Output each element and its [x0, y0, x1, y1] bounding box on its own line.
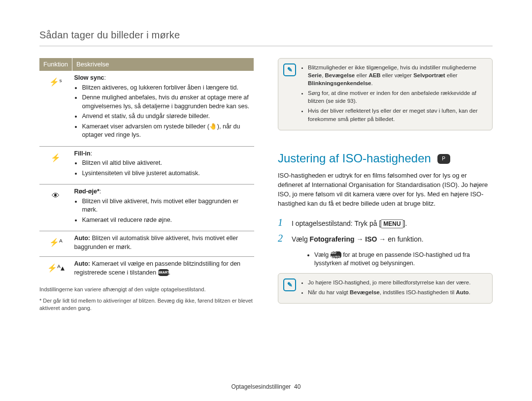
bullet: Blitzen vil blive aktiveret, hvis motive…	[82, 197, 252, 215]
bullet: Lysintensiteten vil blive justeret autom…	[82, 169, 252, 178]
row-title: Rød-øje*	[74, 188, 99, 195]
note-bullet: Hvis der bliver reflekteret lys eller de…	[308, 107, 485, 123]
col-header-beskrivelse: Beskrivelse	[72, 58, 254, 71]
right-column: ✎ Blitzmuligheder er ikke tilgængelige, …	[278, 58, 493, 312]
red-eye-icon: 👁	[52, 191, 60, 200]
page-number: 40	[294, 383, 300, 390]
menu-button-label: MENU	[381, 219, 403, 229]
left-column: Funktion Beskrivelse ⚡ˢ Slow sync: Blitz…	[39, 58, 254, 312]
table-row: ⚡ˢ Slow sync: Blitzen aktiveres, og lukk…	[39, 71, 254, 146]
bullet: Blitzen vil altid blive aktiveret.	[82, 159, 252, 168]
note-icon: ✎	[283, 278, 296, 291]
note-bullet: Sørg for, at dine motiver er inden for d…	[308, 89, 485, 105]
step-2-sub-bullet: Vælg ISO AUTO for at bruge en passende I…	[314, 251, 493, 268]
step-number-2: 2	[278, 231, 287, 245]
flash-slow-sync-icon: ⚡ˢ	[49, 78, 62, 86]
table-row: ⚡ᴬ▴ Auto: Kameraet vil vælge en passende…	[39, 257, 254, 282]
bullet: Denne mulighed anbefales, hvis du ønsker…	[82, 93, 252, 111]
flash-auto-smart-icon: ⚡ᴬ▴	[47, 264, 65, 272]
note-bullet: Når du har valgt Bevægelse, indstilles I…	[308, 288, 485, 296]
note-icon: ✎	[283, 63, 296, 76]
step-number-1: 1	[278, 216, 287, 229]
step-1: 1 I optagelsestilstand: Tryk på [MENU].	[278, 216, 493, 229]
table-row: 👁 Rød-øje*: Blitzen vil blive aktiveret,…	[39, 185, 254, 231]
row-prefix: Auto:	[74, 235, 92, 242]
row-prefix: Auto:	[74, 260, 92, 267]
bullet: Kameraet viser advarslen om rystede bill…	[82, 123, 252, 140]
mode-p-icon: P	[437, 154, 450, 164]
iso-auto-icon: ISO AUTO	[331, 251, 341, 258]
body-paragraph: ISO-hastigheden er udtryk for en films f…	[278, 171, 493, 208]
row-title: Fill-in	[74, 150, 90, 157]
note-box-bottom: ✎ Jo højere ISO-hastighed, jo mere bille…	[278, 273, 493, 304]
steps-list: 1 I optagelsestilstand: Tryk på [MENU]. …	[278, 216, 493, 245]
note-bullet: Blitzmuligheder er ikke tilgængelige, hv…	[308, 63, 485, 87]
running-head: Sådan tager du billeder i mørke	[39, 30, 493, 46]
step-2: 2 Vælg Fotografering → ISO → en funktion…	[278, 231, 493, 245]
footnote-1: Indstillingerne kan variere afhængigt af…	[39, 286, 254, 293]
section-title: Justering af ISO-hastigheden P	[278, 150, 493, 167]
table-row: ⚡ Fill-in: Blitzen vil altid blive aktiv…	[39, 146, 254, 185]
row-text: Blitzen vil automatisk blive aktiveret, …	[74, 235, 238, 250]
flash-fill-in-icon: ⚡	[51, 154, 61, 162]
note-bullet: Jo højere ISO-hastighed, jo mere billedf…	[308, 278, 485, 286]
table-row: ⚡ᴬ Auto: Blitzen vil automatisk blive ak…	[39, 231, 254, 257]
col-header-funktion: Funktion	[39, 58, 72, 71]
bullet: Blitzen aktiveres, og lukkeren forbliver…	[82, 84, 252, 93]
footer-label: Optagelsesindstillinger	[232, 383, 291, 390]
flash-auto-icon: ⚡ᴬ	[49, 238, 63, 247]
bullet: Kameraet vil reducere røde øjne.	[82, 216, 252, 225]
note-box-top: ✎ Blitzmuligheder er ikke tilgængelige, …	[278, 58, 493, 130]
smart-mode-icon: SMART	[158, 269, 169, 276]
bullet: Anvend et stativ, så du undgår slørede b…	[82, 112, 252, 121]
flash-table: Funktion Beskrivelse ⚡ˢ Slow sync: Blitz…	[39, 58, 254, 282]
row-title: Slow sync	[74, 74, 104, 81]
footnote-2: * Der går lidt tid mellem to aktiveringe…	[39, 297, 254, 312]
page-footer: Optagelsesindstillinger 40	[0, 383, 532, 390]
